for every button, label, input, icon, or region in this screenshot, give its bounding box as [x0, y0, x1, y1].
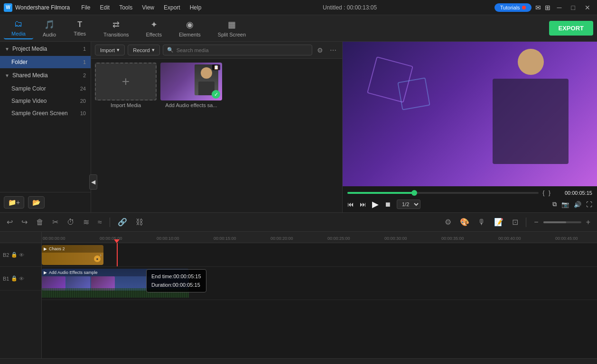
timeline-scrollbar[interactable]: [0, 358, 597, 364]
menu-file[interactable]: File: [77, 3, 94, 12]
fullscreen-button[interactable]: ⛶: [586, 201, 592, 208]
sample-green-item[interactable]: Sample Green Screen 10: [0, 107, 91, 119]
folder-label: Folder: [11, 59, 28, 65]
import-media-item[interactable]: + Import Media: [95, 63, 157, 108]
magnet-button[interactable]: 🔗: [115, 216, 130, 228]
clip-chaos2[interactable]: ▶ Chaos 2 ● ›: [42, 245, 103, 265]
progress-bar[interactable]: [347, 192, 539, 194]
track-b2-lock[interactable]: 🔒: [11, 252, 18, 258]
screenshot-button[interactable]: 📷: [561, 201, 569, 208]
view-toggle-button[interactable]: ⋯: [328, 46, 338, 55]
current-time: 00:00:05:15: [554, 190, 592, 196]
export-button[interactable]: EXPORT: [549, 21, 593, 36]
record-dropdown[interactable]: Record ▾: [128, 45, 159, 55]
progress-fill: [347, 192, 414, 194]
menu-help[interactable]: Help: [186, 3, 205, 12]
menu-export[interactable]: Export: [160, 3, 184, 12]
preview-area: { } 00:00:05:15 ⏮ ⏭ ▶ ⏹ 1/2 1/1 2x: [343, 42, 597, 212]
zoom-in-button[interactable]: +: [583, 216, 593, 228]
timeline-toolbar: ↩ ↪ 🗑 ✂ ⏱ ≋ ≈ 🔗 ⛓ ⚙ 🎨 🎙 📝 ⊡ − +: [0, 213, 597, 232]
mail-icon[interactable]: ✉: [535, 4, 541, 11]
effects-label: Effects: [146, 32, 162, 37]
playback-controls: ⏮ ⏭ ▶ ⏹ 1/2 1/1 2x ⧉ 📷 🔊 ⛶: [347, 199, 592, 209]
track-b2-eye[interactable]: 👁: [19, 252, 24, 258]
toolbar-audio[interactable]: 🎵 Audio: [35, 18, 64, 39]
zoom-control: − +: [531, 216, 593, 228]
toolbar-elements[interactable]: ◉ Elements: [171, 18, 208, 39]
shared-media-header[interactable]: ▼ Shared Media 2: [0, 68, 91, 82]
minimize-button[interactable]: ─: [554, 3, 565, 12]
zoom-fill: [543, 221, 566, 223]
zoom-out-button[interactable]: −: [531, 216, 541, 228]
menu-tools[interactable]: Tools: [115, 3, 136, 12]
open-folder-button[interactable]: 📂: [28, 196, 45, 209]
close-button[interactable]: ✕: [582, 3, 593, 12]
speed-button[interactable]: ⏱: [64, 216, 77, 228]
media-label: Media: [11, 31, 26, 36]
timeline-content: B2 🔒 👁 B1 🔒 👁 00:00:00:00 00:00:: [0, 232, 597, 358]
crop-button[interactable]: ⊡: [509, 216, 521, 228]
sample-color-item[interactable]: Sample Color 24: [0, 82, 91, 95]
redo-button[interactable]: ↪: [19, 216, 30, 228]
waveform-button[interactable]: ≈: [95, 216, 105, 228]
caption-button[interactable]: 📝: [491, 216, 506, 228]
preview-right-controls: ⧉ 📷 🔊 ⛶: [552, 200, 592, 208]
toolbar-media[interactable]: 🗂 Media: [4, 17, 33, 39]
audio-adjust-button[interactable]: ≋: [80, 216, 92, 228]
sample-video-count: 20: [80, 98, 86, 104]
menu-view[interactable]: View: [138, 3, 158, 12]
video-label: Add Audio effects sa...: [165, 102, 217, 108]
import-dropdown[interactable]: Import ▾: [95, 45, 125, 55]
toolbar-transitions[interactable]: ⇄ Transitions: [96, 18, 136, 39]
timeline-right-tools: ⚙ 🎨 🎙 📝 ⊡ − +: [442, 216, 593, 228]
play-button[interactable]: ▶: [372, 199, 379, 209]
picture-in-picture-button[interactable]: ⧉: [552, 200, 557, 208]
clip-expand-handle[interactable]: ›: [98, 245, 103, 265]
mark-out[interactable]: }: [549, 189, 550, 196]
title-bar-right: Tutorials ✉ ⊞ ─ □ ✕: [494, 3, 593, 12]
track-b1-eye[interactable]: 👁: [19, 275, 24, 282]
playback-speed-select[interactable]: 1/2 1/1 2x: [397, 200, 420, 209]
shared-media-section: ▼ Shared Media 2 Sample Color 24 Sample …: [0, 68, 91, 119]
clip-audio-header: ▶ Add Audio Effects sample: [42, 269, 189, 276]
folder-item[interactable]: Folder 1: [0, 56, 91, 68]
menu-edit[interactable]: Edit: [96, 3, 114, 12]
link-button[interactable]: ⛓: [133, 216, 146, 228]
grid-icon[interactable]: ⊞: [545, 4, 550, 11]
undo-button[interactable]: ↩: [4, 216, 16, 228]
toolbar-titles[interactable]: T Titles: [65, 18, 94, 38]
collapse-panel-button[interactable]: ◀: [89, 174, 97, 190]
mark-in[interactable]: {: [542, 189, 544, 196]
cut-button[interactable]: ✂: [49, 216, 61, 228]
video-clip-item[interactable]: 📋 ✓ Add Audio effects sa...: [160, 63, 222, 108]
tutorials-button[interactable]: Tutorials: [494, 3, 532, 12]
step-forward-button[interactable]: ⏭: [360, 200, 366, 208]
toolbar-effects[interactable]: ✦ Effects: [139, 18, 169, 39]
stop-button[interactable]: ⏹: [384, 200, 391, 208]
sample-video-item[interactable]: Sample Video 20: [0, 95, 91, 107]
settings-button[interactable]: ⚙: [442, 216, 454, 228]
step-back-button[interactable]: ⏮: [347, 200, 354, 208]
search-input[interactable]: [177, 47, 308, 53]
maximize-button[interactable]: □: [569, 3, 578, 12]
toolbar-splitscreen[interactable]: ▦ Split Screen: [210, 18, 253, 39]
delete-button[interactable]: 🗑: [33, 216, 47, 228]
color-button[interactable]: 🎨: [457, 216, 472, 228]
clip-audio-effects[interactable]: ▶ Add Audio Effects sample: [42, 269, 189, 291]
playback-buttons: ⏮ ⏭ ▶ ⏹ 1/2 1/1 2x: [347, 199, 420, 209]
filter-button[interactable]: ⚙: [315, 46, 325, 55]
zoom-slider[interactable]: [543, 221, 581, 223]
track-label-b2: B2 🔒 👁: [0, 243, 41, 267]
sample-video-label: Sample Video: [11, 98, 47, 104]
project-media-header[interactable]: ▼ Project Media 1: [0, 42, 91, 56]
new-folder-button[interactable]: 📁+: [4, 196, 24, 209]
media-icon: 🗂: [14, 19, 23, 29]
timeline-area: ↩ ↪ 🗑 ✂ ⏱ ≋ ≈ 🔗 ⛓ ⚙ 🎨 🎙 📝 ⊡ − +: [0, 212, 597, 364]
app-name: Wondershare Filmora: [15, 4, 70, 11]
collapse-arrow-project: ▼: [5, 46, 9, 52]
track-b1-icons: 🔒 👁: [11, 275, 24, 282]
volume-button[interactable]: 🔊: [574, 201, 581, 208]
track-b1-lock[interactable]: 🔒: [11, 275, 18, 282]
audio-button[interactable]: 🎙: [475, 216, 488, 228]
shared-media-count: 2: [83, 73, 86, 78]
